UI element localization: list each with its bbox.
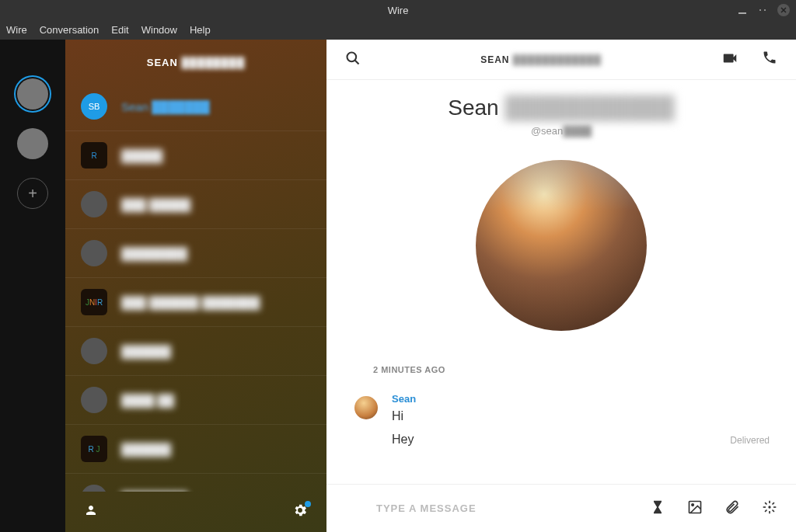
voice-call-icon[interactable] bbox=[762, 50, 777, 70]
contact-handle: @sean████ bbox=[326, 125, 796, 137]
account-rail: + bbox=[0, 40, 65, 532]
message-text: Hi bbox=[392, 409, 777, 423]
conversation-item-active[interactable]: SB Sean ███████ bbox=[65, 82, 326, 131]
conversation-name: ██████ bbox=[121, 345, 171, 358]
conversation-item[interactable]: R █████ bbox=[65, 131, 326, 180]
svg-line-14 bbox=[765, 509, 766, 511]
conversation-name: ███ █████ bbox=[121, 198, 190, 211]
time-separator: 2 MINUTES AGO bbox=[326, 354, 796, 385]
add-account-button[interactable]: + bbox=[17, 178, 48, 209]
menu-window[interactable]: Window bbox=[141, 24, 177, 36]
conversation-avatar: R bbox=[81, 142, 107, 169]
svg-point-2 bbox=[764, 9, 766, 11]
svg-point-1 bbox=[759, 9, 761, 11]
menubar: Wire Conversation Edit Window Help bbox=[0, 20, 796, 40]
conversation-avatar: R J bbox=[81, 436, 107, 462]
window-title: Wire bbox=[388, 5, 409, 16]
maximize-button[interactable] bbox=[759, 6, 766, 14]
svg-line-15 bbox=[773, 502, 774, 504]
delivery-status: Delivered bbox=[730, 435, 770, 446]
message-text: Hey bbox=[392, 433, 414, 447]
conversation-name: ████ ██ bbox=[121, 394, 174, 407]
conversation-list-footer bbox=[65, 492, 326, 532]
convlist-header-blur: ████████ bbox=[182, 57, 246, 68]
message-input[interactable] bbox=[345, 502, 628, 514]
svg-line-12 bbox=[765, 502, 766, 504]
image-icon[interactable] bbox=[687, 499, 703, 518]
settings-badge bbox=[305, 501, 311, 507]
menu-wire[interactable]: Wire bbox=[6, 24, 27, 36]
message-avatar[interactable] bbox=[354, 396, 378, 419]
conversation-name: ██████ bbox=[121, 443, 171, 456]
close-button[interactable] bbox=[777, 4, 790, 16]
chat-header-title[interactable]: SEAN ████████████ bbox=[361, 54, 721, 65]
attachment-icon[interactable] bbox=[724, 499, 740, 518]
contact-name: Sean ███████████ bbox=[326, 96, 796, 120]
conversation-item[interactable]: ████████ bbox=[65, 474, 326, 492]
contact-profile: Sean ███████████ @sean████ bbox=[326, 80, 796, 354]
account-avatar-2[interactable] bbox=[17, 128, 48, 159]
conversation-avatar: JNIR bbox=[81, 289, 107, 315]
conversation-item[interactable]: R J ██████ bbox=[65, 425, 326, 474]
message-sender[interactable]: Sean bbox=[392, 393, 777, 405]
conversation-name: ████████ bbox=[121, 492, 187, 492]
message-composer bbox=[326, 484, 796, 532]
conversation-list: SEAN ████████ SB Sean ███████ R █████ ██… bbox=[65, 40, 326, 532]
svg-point-6 bbox=[692, 503, 694, 506]
video-call-icon[interactable] bbox=[721, 50, 738, 70]
svg-line-13 bbox=[773, 509, 774, 511]
chat-header: SEAN ████████████ bbox=[326, 40, 796, 80]
chat-pane: SEAN ████████████ Sean ███████████ @se bbox=[326, 40, 796, 532]
message-block: Sean Hi Hey Delivered bbox=[326, 385, 796, 450]
conversation-item[interactable]: ████████ bbox=[65, 229, 326, 278]
chat-body: Sean ███████████ @sean████ 2 MINUTES AGO… bbox=[326, 80, 796, 484]
svg-point-3 bbox=[347, 52, 357, 61]
conversation-name: ████████ bbox=[121, 247, 187, 260]
conversation-item[interactable]: JNIR ███ ██████ ███████ bbox=[65, 278, 326, 327]
contact-profile-picture[interactable] bbox=[476, 160, 647, 331]
account-avatar-active[interactable] bbox=[17, 78, 48, 110]
conversation-avatar: SB bbox=[81, 93, 107, 120]
menu-conversation[interactable]: Conversation bbox=[40, 24, 100, 36]
conversation-name: █████ bbox=[121, 149, 162, 162]
conversation-item[interactable]: ███ █████ bbox=[65, 180, 326, 229]
timed-message-icon[interactable] bbox=[650, 499, 665, 518]
svg-line-4 bbox=[355, 60, 359, 64]
conversation-item[interactable]: ██████ bbox=[65, 327, 326, 376]
ping-icon[interactable] bbox=[762, 499, 777, 518]
convlist-header-prefix: SEAN bbox=[147, 57, 178, 68]
window-titlebar: Wire bbox=[0, 0, 796, 20]
conversation-avatar bbox=[81, 338, 107, 364]
conversation-name: ███ ██████ ███████ bbox=[121, 296, 260, 309]
conversation-list-header: SEAN ████████ bbox=[65, 40, 326, 82]
svg-rect-0 bbox=[738, 12, 746, 14]
conversation-item[interactable]: ████ ██ bbox=[65, 376, 326, 425]
conversation-name: Sean ███████ bbox=[121, 100, 210, 113]
settings-icon[interactable] bbox=[292, 502, 308, 521]
svg-point-7 bbox=[768, 506, 770, 508]
conversation-avatar bbox=[81, 240, 107, 266]
menu-edit[interactable]: Edit bbox=[111, 24, 128, 36]
search-icon[interactable] bbox=[345, 50, 361, 69]
contacts-icon[interactable] bbox=[84, 503, 98, 520]
minimize-button[interactable] bbox=[738, 5, 748, 15]
menu-help[interactable]: Help bbox=[190, 24, 211, 36]
conversation-avatar bbox=[81, 387, 107, 413]
conversation-avatar bbox=[81, 485, 107, 492]
conversation-avatar bbox=[81, 191, 107, 217]
